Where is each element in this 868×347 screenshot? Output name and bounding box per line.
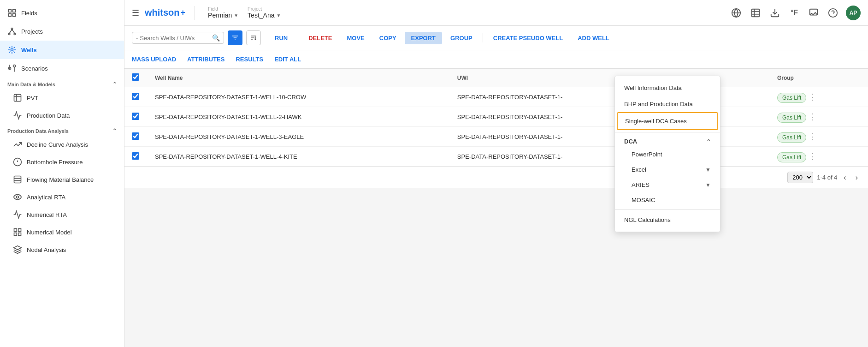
production-data-icon (13, 111, 22, 120)
temperature-icon[interactable]: °F (788, 6, 801, 19)
logo: whitson+ (145, 7, 185, 18)
svg-rect-1 (13, 10, 16, 12)
dropdown-item-aries[interactable]: ARIES ▼ (615, 177, 720, 192)
filter-button[interactable] (228, 30, 242, 45)
table-row: SPE-DATA-REPOSITORY-DATASET-1-WELL-3-EAG… (124, 127, 868, 147)
topbar-right: °F AP (730, 6, 861, 20)
create-pseudo-well-button[interactable]: CREATE PSEUDO WELL (487, 32, 569, 44)
well-name-1: SPE-DATA-REPOSITORY-DATASET-1-WELL-10-CR… (148, 87, 450, 107)
row-menu-1[interactable]: ⋮ (808, 92, 816, 102)
row-checkbox-2[interactable] (132, 113, 139, 120)
svg-point-16 (17, 196, 19, 198)
svg-rect-0 (9, 10, 12, 12)
search-input[interactable] (140, 35, 210, 42)
project-selector[interactable]: Project Test_Ana ▼ (248, 6, 281, 19)
sidebar-item-pvt[interactable]: PVT (0, 89, 124, 107)
sidebar-item-fields[interactable]: Fields (0, 4, 124, 22)
hamburger-menu[interactable]: ☰ (132, 8, 139, 18)
dropdown-item-powerpoint[interactable]: PowerPoint (615, 147, 720, 162)
svg-rect-2 (9, 14, 12, 17)
run-button[interactable]: RUN (268, 32, 294, 44)
sidebar-item-decline-curve[interactable]: Decline Curve Analysis (0, 136, 124, 153)
sub-toolbar: MASS UPLOAD ATTRIBUTES RESULTS EDIT ALL (124, 50, 868, 69)
feedback-icon[interactable] (807, 6, 820, 19)
dropdown-dca-group[interactable]: DCA ⌃ (615, 134, 720, 147)
analytical-rta-icon (13, 192, 22, 202)
globe-icon[interactable] (730, 6, 743, 19)
per-page-select[interactable]: 200 100 50 (787, 172, 813, 183)
col-well-name: Well Name (148, 69, 450, 87)
toolbar-actions: RUN DELETE MOVE COPY EXPORT GROUP CREATE… (268, 32, 616, 44)
svg-point-9 (11, 49, 13, 51)
excel-expand-icon: ▼ (705, 167, 711, 173)
move-button[interactable]: MOVE (340, 32, 371, 44)
sidebar-item-flowing-material[interactable]: Flowing Material Balance (0, 171, 124, 188)
row-menu-4[interactable]: ⋮ (808, 152, 816, 161)
row-menu-3[interactable]: ⋮ (808, 132, 816, 141)
sidebar-item-nodal-analysis[interactable]: Nodal Analysis (0, 241, 124, 258)
edit-all-button[interactable]: EDIT ALL (274, 54, 301, 65)
section-main-data-models-chevron[interactable]: ⌃ (112, 81, 117, 87)
wells-toolbar: - 🔍 RUN DELETE MOVE COPY EXPORT GROUP CR… (124, 26, 868, 50)
sidebar-fields-label: Fields (21, 10, 37, 17)
add-well-button[interactable]: ADD WELL (571, 32, 616, 44)
group-4: Gas Lift ⋮ (770, 147, 868, 167)
select-all-checkbox[interactable] (132, 73, 139, 81)
section-production-data-analysis: Production Data Analysis ⌃ (0, 124, 124, 136)
group-button[interactable]: GROUP (444, 32, 479, 44)
search-placeholder: - (136, 35, 138, 42)
sidebar-wells-label: Wells (21, 47, 37, 54)
sidebar-item-scenarios[interactable]: Scenarios (0, 59, 124, 78)
sidebar-item-production-data[interactable]: Production Data (0, 107, 124, 124)
row-checkbox-4[interactable] (132, 152, 139, 160)
sidebar-flowing-material-label: Flowing Material Balance (27, 176, 94, 183)
sidebar-production-data-label: Production Data (27, 112, 70, 119)
field-caret-icon: ▼ (234, 13, 238, 18)
row-menu-2[interactable]: ⋮ (808, 112, 816, 121)
sidebar-item-wells[interactable]: Wells (0, 41, 124, 59)
dropdown-item-excel[interactable]: Excel ▼ (615, 162, 720, 177)
project-caret-icon: ▼ (276, 13, 281, 18)
delete-button[interactable]: DELETE (302, 32, 338, 44)
download-icon[interactable] (768, 6, 781, 19)
row-checkbox-3[interactable] (132, 132, 139, 140)
dropdown-item-well-info[interactable]: Well Information Data (615, 80, 720, 96)
dropdown-item-mosaic[interactable]: MOSAIC (615, 192, 720, 208)
sidebar-bottomhole-label: Bottomhole Pressure (27, 159, 83, 166)
copy-button[interactable]: COPY (373, 32, 403, 44)
field-selector[interactable]: Field Permian ▼ (208, 6, 238, 19)
dropdown-item-single-well-dca[interactable]: Single-well DCA Cases (617, 112, 718, 130)
row-checkbox-1[interactable] (132, 93, 139, 100)
aries-expand-icon: ▼ (705, 182, 711, 188)
group-2: Gas Lift ⋮ (770, 107, 868, 127)
table-icon[interactable] (749, 6, 762, 19)
section-main-data-models: Main Data & Models ⌃ (0, 78, 124, 89)
export-dropdown: Well Information Data BHP and Production… (614, 76, 720, 232)
sidebar: Fields Projects Wells Scenarios Main Dat… (0, 0, 124, 347)
divider-2 (483, 33, 483, 42)
prev-page-button[interactable]: ‹ (841, 173, 849, 183)
user-avatar[interactable]: AP (846, 6, 861, 20)
sidebar-item-analytical-rta[interactable]: Analytical RTA (0, 188, 124, 206)
export-button[interactable]: EXPORT (405, 32, 442, 44)
table-row: SPE-DATA-REPOSITORY-DATASET-1-WELL-4-KIT… (124, 147, 868, 167)
section-production-data-analysis-chevron[interactable]: ⌃ (112, 128, 117, 134)
help-icon[interactable] (827, 6, 839, 19)
mass-upload-button[interactable]: MASS UPLOAD (132, 54, 176, 65)
svg-rect-13 (14, 176, 21, 183)
svg-point-6 (14, 33, 15, 35)
sidebar-item-numerical-rta[interactable]: Numerical RTA (0, 206, 124, 223)
next-page-button[interactable]: › (853, 173, 861, 183)
numerical-model-icon (13, 227, 22, 237)
results-button[interactable]: RESULTS (236, 54, 263, 65)
sidebar-item-bottomhole[interactable]: Bottomhole Pressure (0, 153, 124, 171)
attributes-button[interactable]: ATTRIBUTES (187, 54, 224, 65)
dropdown-item-bhp-production[interactable]: BHP and Production Data (615, 96, 720, 112)
sort-button[interactable] (246, 30, 261, 45)
sidebar-item-projects[interactable]: Projects (0, 22, 124, 41)
dropdown-item-ngl[interactable]: NGL Calculations (615, 212, 720, 228)
numerical-rta-icon (13, 210, 22, 219)
dca-group-expand-icon: ⌃ (706, 138, 711, 145)
sidebar-item-numerical-model[interactable]: Numerical Model (0, 223, 124, 241)
svg-line-7 (9, 30, 12, 33)
